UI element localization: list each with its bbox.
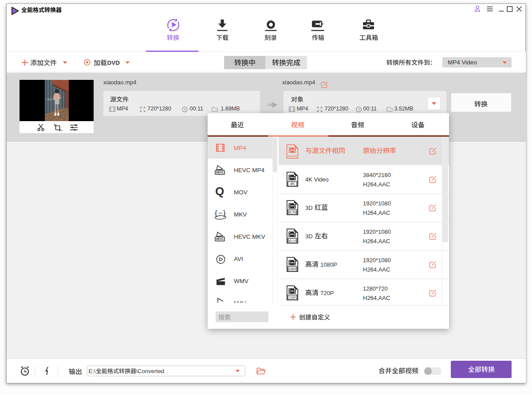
svg-text:720P: 720P [289,296,296,299]
svg-text:3D LR: 3D LR [288,239,297,242]
svg-text:1 929 3 14: 1 929 3 14 [46,98,56,101]
svg-text:{: { [215,209,217,217]
svg-text:}: } [223,209,226,217]
svg-text:source: source [288,154,297,158]
svg-text:1080P: 1080P [288,268,297,271]
svg-text:3D RB: 3D RB [288,211,297,214]
svg-text:HEVC: HEVC [216,171,224,174]
svg-text:HEVC: HEVC [216,237,224,240]
svg-text:4K: 4K [290,181,295,186]
